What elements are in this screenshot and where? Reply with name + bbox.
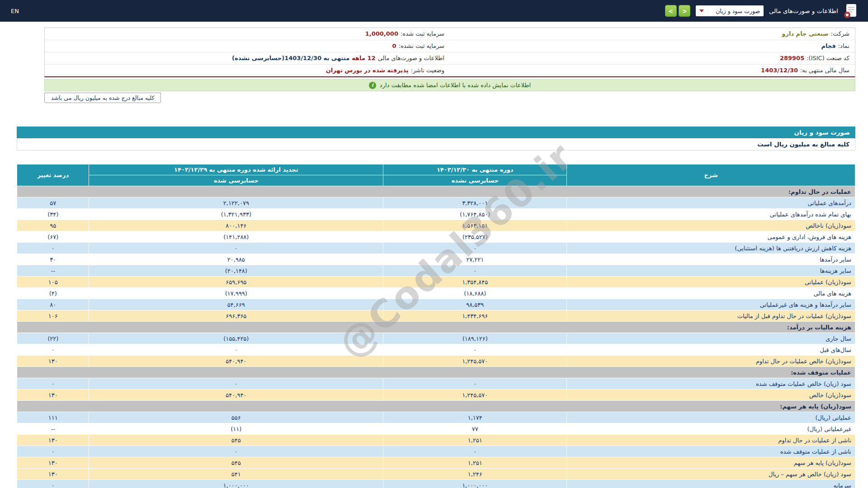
- col-header-description: شرح: [567, 164, 855, 186]
- row-label: بهای تمام شده درآمدهای عملیاتی: [567, 209, 855, 220]
- company-info-panel: شرکت:صنعتی جام داروسرمایه ثبت شده:1,000,…: [44, 28, 855, 77]
- nav-right-button[interactable]: >: [679, 5, 690, 17]
- language-switch-en[interactable]: EN: [11, 8, 19, 14]
- info-value: 12 ماهه: [352, 54, 375, 62]
- value-change-percent: ۰: [17, 480, 89, 488]
- value-current-period: ۱,۲۴۵,۵۷۰: [383, 389, 567, 401]
- value-prior-period: ۶۵۹,۶۹۵: [89, 277, 383, 288]
- info-label: سرمایه ثبت شده:: [401, 30, 444, 38]
- row-label: سود(زیان) خالص: [567, 389, 855, 401]
- codal-logo-icon: [844, 3, 857, 19]
- statement-row: بهای تمام شده درآمدهای عملیاتی(۱,۷۶۴,۸۵۰…: [17, 209, 855, 220]
- statement-table-body: عملیات در حال تداوم:درآمدهای عملیاتی۳,۳۲…: [17, 186, 855, 488]
- company-info-cell: سرمایه ثبت نشده:0: [45, 40, 450, 52]
- info-value: فجام: [821, 42, 835, 50]
- statement-row: هزینه های فروش، اداری و عمومی(۲۳۵,۵۲۷)(۱…: [17, 231, 855, 243]
- info-value: پذیرفته شده در بورس تهران: [326, 66, 409, 75]
- amounts-unit-tab[interactable]: کلیه مبالغ درج شده به میلیون ریال می باش…: [44, 93, 161, 103]
- value-current-period: ۰: [383, 446, 567, 457]
- row-label: هزینه کاهش ارزش دریافتنی ها (هزینه استثن…: [567, 243, 855, 254]
- info-label: سال مالی منتهی به:: [800, 66, 849, 75]
- row-label: درآمدهای عملیاتی: [567, 197, 855, 209]
- value-prior-period: ۲۰,۹۸۵: [89, 254, 383, 265]
- value-current-period: ۱,۲۵۱: [383, 457, 567, 469]
- row-label: سود(زیان) ناخالص: [567, 220, 855, 231]
- unit-tab-strip: کلیه مبالغ درج شده به میلیون ریال می باش…: [44, 93, 855, 103]
- nav-left-button[interactable]: <: [665, 5, 677, 17]
- value-prior-period: ۲,۱۲۲,۰۷۹: [89, 197, 383, 209]
- row-label: عملیاتی (ریال): [567, 412, 855, 423]
- value-current-period: ۷۷: [383, 423, 567, 435]
- row-label: سود(زیان) پایه هر سهم: [567, 457, 855, 469]
- value-prior-period: (۱,۳۲۱,۹۳۳): [89, 209, 383, 220]
- value-current-period: ۰: [383, 243, 567, 254]
- signature-match-notice: اطلاعات نمایش داده شده با اطلاعات امضا ش…: [44, 79, 855, 91]
- info-label: کد صنعت (ISIC):: [807, 54, 849, 62]
- info-value: 289905: [780, 54, 804, 62]
- section-row: سود(زیان) پایه هر سهم:: [17, 401, 855, 412]
- value-change-percent: ۱۳۰: [17, 356, 89, 367]
- value-current-period: (۱,۷۶۴,۸۵۰): [383, 209, 567, 220]
- value-change-percent: (۶۷): [17, 231, 89, 243]
- statement-row: هزینه های مالی(۱۸,۶۸۸)(۱۷,۹۹۹)(۴): [17, 288, 855, 299]
- value-change-percent: ۰: [17, 243, 89, 254]
- statement-nav-buttons: > <: [665, 5, 690, 17]
- value-change-percent: ۵۷: [17, 197, 89, 209]
- statement-row: سایر درآمدها و هزینه های غیرعملیاتی۹۸,۵۳…: [17, 299, 855, 310]
- row-label: سال جاری: [567, 333, 855, 344]
- col-header-change-percent: درصد تغییر: [17, 164, 89, 186]
- row-label: سود(زیان) خالص عملیات در حال تداوم: [567, 356, 855, 367]
- section-label: هزینه مالیات بر درآمد:: [17, 322, 855, 333]
- info-value: 1,000,000: [365, 30, 398, 38]
- statement-row: ناشی از عملیات متوقف شده۰۰۰: [17, 446, 855, 457]
- value-prior-period: ۶۹۶,۳۶۵: [89, 310, 383, 322]
- value-change-percent: ۸۰: [17, 299, 89, 310]
- value-prior-period: (۱۵۵,۴۲۵): [89, 333, 383, 344]
- value-current-period: (۱۸۹,۱۲۶): [383, 333, 567, 344]
- statement-row: سود (زیان) خالص هر سهم – ریال۱,۲۴۶۵۴۱۱۳۰: [17, 469, 855, 480]
- statement-row: هزینه کاهش ارزش دریافتنی ها (هزینه استثن…: [17, 243, 855, 254]
- col-header-current-period: دوره منتهی به ۱۴۰۳/۱۲/۳۰: [383, 164, 567, 175]
- value-change-percent: ۱۳۰: [17, 389, 89, 401]
- statement-row: سود(زیان) خالص۱,۲۴۵,۵۷۰۵۴۰,۹۴۰۱۳۰: [17, 389, 855, 401]
- row-label: ناشی از عملیات متوقف شده: [567, 446, 855, 457]
- value-current-period: ۰: [383, 344, 567, 356]
- company-info-cell: وضعیت ناشر:پذیرفته شده در بورس تهران: [45, 65, 450, 76]
- statement-row: سود(زیان) پایه هر سهم۱,۲۵۱۵۴۵۱۳۰: [17, 457, 855, 469]
- info-value: صنعتی جام دارو: [782, 30, 828, 38]
- report-type-select[interactable]: صورت سود و زیان: [696, 5, 764, 16]
- value-change-percent: (۲۲): [17, 333, 89, 344]
- row-label: ناشی از عملیات در حال تداوم: [567, 435, 855, 446]
- info-label: اطلاعات و صورت‌های مالی: [378, 54, 444, 62]
- value-prior-period: ۵۴۵: [89, 457, 383, 469]
- col-header-prior-period: تجدید ارائه شده دوره منتهی به ۱۴۰۲/۱۲/۲۹: [89, 164, 383, 175]
- value-prior-period: ۵۴۰,۹۴۰: [89, 356, 383, 367]
- section-label: عملیات متوقف شده:: [17, 367, 855, 378]
- value-prior-period: ۰: [89, 378, 383, 389]
- value-prior-period: (۱۴۱,۲۸۸): [89, 231, 383, 243]
- top-navigation-bar: اطلاعات و صورت‌های مالی صورت سود و زیان …: [0, 0, 868, 22]
- company-info-row: سال مالی منتهی به:1403/12/30وضعیت ناشر:پ…: [45, 65, 855, 76]
- statement-row: سود(زیان) عملیات در حال تداوم قبل از مال…: [17, 310, 855, 322]
- statement-title: صورت سود و زیان: [17, 127, 855, 138]
- row-label: سود(زیان) عملیات در حال تداوم قبل از مال…: [567, 310, 855, 322]
- statement-row: سال جاری(۱۸۹,۱۲۶)(۱۵۵,۴۲۵)(۲۲): [17, 333, 855, 344]
- value-prior-period: ۰: [89, 446, 383, 457]
- row-label: سود (زیان) خالص عملیات متوقف شده: [567, 378, 855, 389]
- company-info-cell: سال مالی منتهی به:1403/12/30: [450, 65, 855, 76]
- value-change-percent: ۱۳۰: [17, 435, 89, 446]
- info-label: وضعیت ناشر:: [411, 66, 444, 75]
- row-label: غیرعملیاتی (ریال): [567, 423, 855, 435]
- dropdown-caret-icon: [699, 9, 704, 12]
- value-change-percent: ۱۰۶: [17, 310, 89, 322]
- value-change-percent: (۳۴): [17, 209, 89, 220]
- table-header: شرح دوره منتهی به ۱۴۰۳/۱۲/۳۰ تجدید ارائه…: [17, 164, 855, 186]
- section-row: عملیات در حال تداوم:: [17, 186, 855, 197]
- info-value: منتهی به 1403/12/30(حسابرسی نشده): [232, 54, 349, 62]
- value-change-percent: ۰: [17, 344, 89, 356]
- info-value: 1403/12/30: [761, 66, 798, 75]
- company-info-row: نماد:فجامسرمایه ثبت نشده:0: [45, 40, 855, 52]
- statement-row: سایر درآمدها۲۷,۲۲۱۲۰,۹۸۵۳۰: [17, 254, 855, 265]
- info-label: سرمایه ثبت نشده:: [399, 42, 444, 50]
- info-icon: i: [369, 82, 376, 89]
